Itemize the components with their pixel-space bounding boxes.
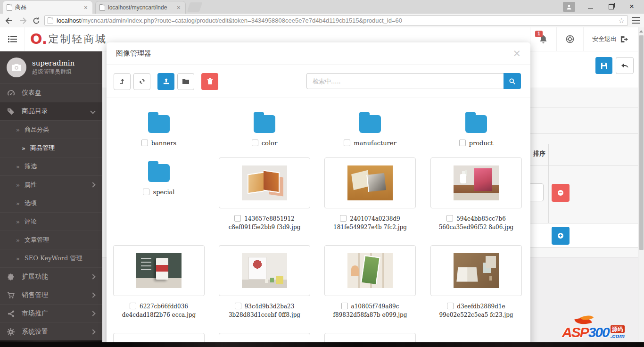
tab-close-icon[interactable]: × xyxy=(83,4,89,11)
delete-button[interactable] xyxy=(201,73,218,90)
sidebar-item-dashboard[interactable]: 仪表盘 xyxy=(0,83,102,102)
image-card[interactable] xyxy=(324,245,416,296)
sidebar-item-settings[interactable]: 系统设置 xyxy=(0,322,102,341)
checkbox[interactable] xyxy=(234,215,241,222)
search-input[interactable] xyxy=(306,73,504,89)
browser-tab-active[interactable]: 商品 × xyxy=(3,1,92,14)
checkbox[interactable] xyxy=(235,303,241,309)
remove-row-button[interactable] xyxy=(552,184,570,202)
notifications-button[interactable]: 1 xyxy=(530,27,556,51)
image-item[interactable]: 93c4d9b3d2ba233b28d83d1ccebf 0ff8.jpg xyxy=(219,245,310,319)
scroll-up-arrow[interactable] xyxy=(638,27,644,35)
save-button[interactable] xyxy=(595,57,612,74)
folder-item[interactable]: manufacturer xyxy=(324,108,416,147)
checkbox[interactable] xyxy=(130,303,136,309)
search-button[interactable] xyxy=(504,73,521,89)
folder-item[interactable]: color xyxy=(219,108,310,147)
file-name: 2401074a0238d9 xyxy=(350,215,400,222)
sidebar-item-filters[interactable]: » 筛选 xyxy=(0,157,102,175)
list-icon xyxy=(8,35,17,43)
parent-folder-button[interactable] xyxy=(114,73,131,90)
image-card[interactable] xyxy=(113,245,205,296)
browser-tab-inactive[interactable]: localhost/mycncart/inde × xyxy=(95,1,186,14)
checkbox[interactable] xyxy=(446,215,453,222)
reload-icon[interactable] xyxy=(31,16,41,26)
checkbox[interactable] xyxy=(252,140,258,146)
image-item[interactable]: 594e4bb85cc7b6560ca35ed96f52 8a06.jpg xyxy=(430,157,522,231)
sidebar-item-label: 销售管理 xyxy=(22,291,48,299)
folder-item[interactable]: product xyxy=(430,108,522,147)
image-item[interactable]: 6227cb66fdd036de4cdad18f2b76 ecca.jpg xyxy=(113,245,205,319)
checkbox[interactable] xyxy=(340,215,347,222)
checkbox[interactable] xyxy=(141,140,148,146)
window-minimize-button[interactable] xyxy=(580,0,600,13)
panel-divider xyxy=(530,133,638,134)
close-icon[interactable]: × xyxy=(512,49,521,58)
image-card[interactable] xyxy=(324,157,416,208)
puzzle-icon xyxy=(7,273,15,281)
url-bar[interactable]: localhost/mycncart/admin/index.php?route… xyxy=(44,15,628,26)
image-item[interactable]: 2401074a0238d9181fe549927e4b 7fc2.jpg xyxy=(324,157,416,231)
help-button[interactable] xyxy=(556,27,583,51)
sidebar-item-options[interactable]: » 选项 xyxy=(0,194,102,212)
image-item[interactable]: 143657e8851912c8ef091f5e2bb9 f3d9.jpg xyxy=(219,157,310,231)
folder-item[interactable]: special xyxy=(113,157,205,196)
image-card[interactable] xyxy=(430,157,522,208)
scrollbar-thumb[interactable] xyxy=(639,35,644,250)
tab-close-icon[interactable]: × xyxy=(176,4,182,11)
sidebar-item-attributes[interactable]: » 属性 xyxy=(0,175,102,194)
sidebar-item-marketing[interactable]: 市场推广 xyxy=(0,304,102,322)
bookmark-star-icon[interactable]: ☆ xyxy=(619,17,625,25)
upload-button[interactable] xyxy=(157,73,174,90)
browser-profile-icon[interactable] xyxy=(563,2,575,12)
bottom-dark-strip xyxy=(0,342,644,347)
browser-menu-icon[interactable] xyxy=(632,17,640,24)
sidebar-item-label: 扩展功能 xyxy=(22,273,48,281)
new-folder-button[interactable] xyxy=(177,73,194,90)
sidebar: superadmin 超级管理员群组 仪表盘 商品目录 » 商品分类 » 商品管… xyxy=(0,51,102,340)
file-name: 560ca35ed96f52 8a06.jpg xyxy=(439,224,514,231)
window-close-button[interactable]: × xyxy=(622,0,642,13)
image-card[interactable] xyxy=(219,157,310,208)
sidebar-item-catalog[interactable]: 商品目录 xyxy=(0,102,102,120)
forward-icon[interactable] xyxy=(18,16,28,26)
add-row-button[interactable] xyxy=(552,227,570,245)
sidebar-item-extensions[interactable]: 扩展功能 xyxy=(0,267,102,286)
sidebar-item-products[interactable]: » 商品管理 xyxy=(0,139,102,157)
sidebar-toggle-button[interactable] xyxy=(0,27,25,51)
image-card[interactable] xyxy=(430,245,522,296)
thumbnail xyxy=(347,253,393,288)
brand-logo[interactable]: O. 定制轻商城 xyxy=(30,27,107,51)
image-item[interactable]: d3eefdb2889d1e99e02e522c5ea5 fc23.jpg xyxy=(430,245,522,319)
page-favicon-icon xyxy=(48,17,53,24)
sidebar-item-label: 文章管理 xyxy=(25,236,49,244)
double-angle-icon: » xyxy=(16,182,20,189)
sidebar-item-seo-keyword[interactable]: » SEO KeyWord 管理 xyxy=(0,249,102,267)
sidebar-item-label: SEO KeyWord 管理 xyxy=(25,254,83,263)
sidebar-item-reviews[interactable]: » 评论 xyxy=(0,212,102,231)
sidebar-item-sales[interactable]: 销售管理 xyxy=(0,286,102,304)
folder-item[interactable]: banners xyxy=(113,108,205,147)
logout-label: 安全退出 xyxy=(592,35,617,43)
image-item[interactable]: a10805f749a89cf89832d58fa87b e099.jpg xyxy=(324,245,416,319)
file-name: d3eefdb2889d1e xyxy=(457,303,505,310)
double-angle-icon: » xyxy=(16,163,20,170)
checkbox[interactable] xyxy=(143,189,149,195)
checkbox[interactable] xyxy=(344,140,350,146)
sidebar-item-label: 商品分类 xyxy=(25,125,49,134)
window-restore-button[interactable] xyxy=(601,0,621,13)
sidebar-item-articles[interactable]: » 文章管理 xyxy=(0,231,102,249)
undo-button[interactable] xyxy=(616,57,634,74)
checkbox[interactable] xyxy=(341,303,348,309)
logout-button[interactable]: 安全退出 xyxy=(583,27,636,51)
sidebar-item-categories[interactable]: » 商品分类 xyxy=(0,120,102,139)
checkbox[interactable] xyxy=(447,303,454,309)
image-card[interactable] xyxy=(219,245,310,296)
chevron-right-icon xyxy=(90,182,95,187)
refresh-button[interactable] xyxy=(133,73,150,90)
back-icon[interactable] xyxy=(4,16,14,26)
checkbox[interactable] xyxy=(459,140,466,146)
level-up-icon xyxy=(119,78,125,85)
page-scrollbar[interactable] xyxy=(638,27,644,347)
new-tab-button[interactable] xyxy=(187,2,202,12)
